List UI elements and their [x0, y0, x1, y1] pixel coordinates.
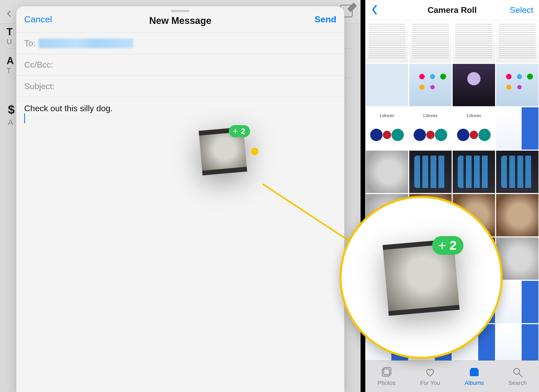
tab-label: Photos [378, 380, 396, 386]
send-button[interactable]: Send [315, 14, 336, 24]
svg-point-4 [514, 368, 520, 374]
photo-thumb[interactable] [453, 21, 495, 63]
photos-icon [381, 366, 392, 378]
photo-thumb[interactable] [453, 151, 495, 193]
compose-sheet: Cancel New Message Send To: Cc/Bcc: Subj… [16, 6, 344, 392]
photo-thumb[interactable] [496, 151, 538, 193]
photos-tabbar: Photos For You Albums Search [365, 360, 539, 392]
tab-photos[interactable]: Photos [378, 366, 396, 386]
albums-icon [468, 366, 480, 378]
ccbcc-label: Cc/Bcc: [24, 60, 53, 70]
photos-header: Camera Roll Select [365, 0, 539, 21]
foryou-icon [424, 366, 436, 378]
photo-thumb[interactable] [453, 64, 495, 106]
plus-icon [232, 128, 239, 135]
photo-thumb[interactable] [496, 194, 538, 236]
sheet-grabber[interactable] [171, 10, 189, 12]
photo-thumb[interactable] [496, 281, 538, 323]
photo-thumb[interactable] [409, 151, 452, 193]
mail-app: ‹ T U A T $ A Cancel New Message Send To… [0, 0, 361, 392]
drag-count-badge: 2 [229, 125, 250, 137]
photo-thumb[interactable] [496, 324, 538, 360]
tab-label: Search [508, 380, 527, 386]
svg-rect-3 [471, 368, 478, 369]
tab-foryou[interactable]: For You [420, 366, 440, 386]
to-label: To: [24, 38, 36, 48]
cancel-button[interactable]: Cancel [24, 14, 52, 24]
photo-thumb[interactable] [409, 64, 452, 106]
zoom-callout: 2 [340, 196, 503, 359]
body-text: Check out this silly dog. [24, 104, 336, 113]
search-icon [512, 366, 523, 378]
photo-thumb[interactable] [409, 107, 452, 150]
ccbcc-field[interactable]: Cc/Bcc: [16, 54, 344, 76]
tab-label: For You [420, 380, 440, 386]
dragged-photo-zoom: 2 [386, 242, 457, 313]
photo-thumb[interactable] [366, 151, 408, 193]
back-button[interactable] [370, 4, 379, 17]
chevron-left-icon [370, 4, 379, 16]
to-field[interactable]: To: [16, 33, 344, 54]
photo-thumb[interactable] [453, 107, 495, 150]
select-button[interactable]: Select [510, 5, 533, 15]
photos-title: Camera Roll [428, 5, 477, 15]
dragged-photo[interactable]: 2 [201, 129, 245, 174]
drag-count-badge: 2 [432, 236, 463, 255]
tab-label: Albums [465, 380, 484, 386]
subject-field[interactable]: Subject: [16, 76, 344, 97]
tab-albums[interactable]: Albums [465, 366, 484, 386]
compose-header: Cancel New Message Send [16, 6, 344, 33]
to-value-redacted [39, 39, 133, 48]
compose-title: New Message [149, 13, 211, 26]
svg-rect-2 [470, 369, 478, 376]
drag-count: 2 [450, 238, 457, 253]
compose-body[interactable]: Check out this silly dog. 2 [16, 97, 344, 392]
photo-thumb[interactable] [496, 21, 538, 63]
drag-count: 2 [241, 127, 245, 136]
photo-thumb[interactable] [496, 107, 538, 150]
photo-thumb[interactable] [366, 107, 408, 150]
photo-thumb[interactable] [409, 21, 452, 63]
plus-icon [437, 240, 447, 251]
photo-thumb[interactable] [496, 64, 538, 106]
svg-line-5 [519, 374, 522, 376]
subject-label: Subject: [24, 82, 55, 91]
tab-search[interactable]: Search [508, 366, 527, 386]
photo-thumb[interactable] [366, 21, 408, 63]
photo-thumb[interactable] [366, 64, 408, 106]
text-caret [24, 113, 25, 123]
callout-anchor [251, 148, 258, 155]
